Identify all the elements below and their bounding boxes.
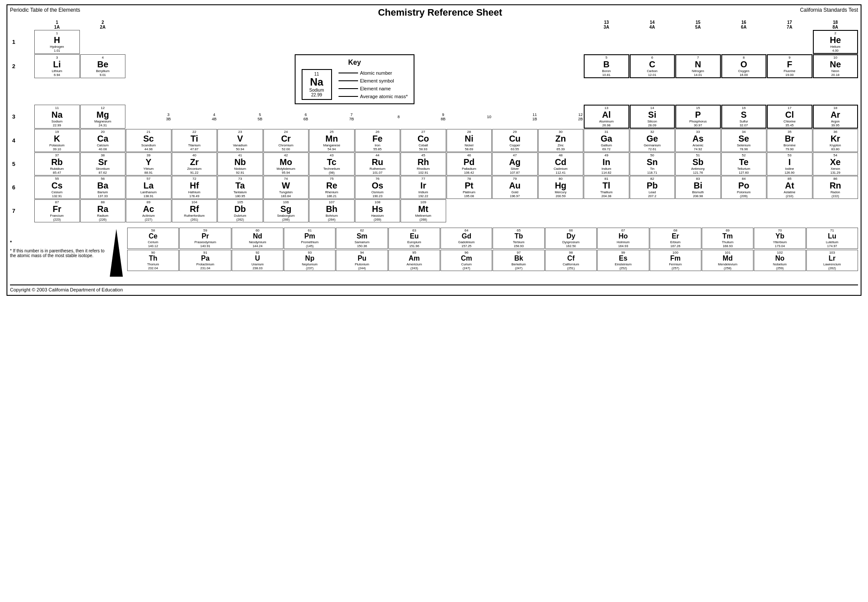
empty-1-8 [355, 30, 401, 54]
key-arrow-name [339, 88, 358, 89]
header-right: California Standards Test [800, 7, 858, 13]
separator-arrow-svg [110, 229, 123, 281]
element-Es: 99EsEinsteinium(252) [597, 250, 649, 271]
period-1: 1 1 H Hydrogen 1.01 [10, 30, 858, 54]
group-11-subhdr: 111B [492, 105, 538, 129]
element-Pm: 61PmPromethium(145) [284, 228, 335, 249]
element-Db: 105DbDubrium(262) [217, 199, 263, 222]
element-Yb: 70YbYtterbium173.04 [754, 228, 806, 249]
key-symbol-label: Element symbol [360, 78, 394, 83]
element-La: 57LaLanthanum138.91 [126, 176, 171, 199]
bottom-section: * * If this number is in parentheses, th… [10, 227, 858, 281]
element-Ga: 31GaGallium69.72 [584, 129, 629, 152]
element-Sr: 38SrStrontium87.62 [80, 152, 126, 175]
element-Mo: 42MoMolybdenum95.94 [263, 152, 309, 175]
period-5: 5 37RbRubidium85.47 38SrStrontium87.62 3… [10, 152, 858, 175]
row-label-spacer [10, 20, 34, 30]
empty-1-15 [675, 30, 721, 54]
group-13-header: 133A [584, 20, 629, 30]
element-Cf: 98CfCalifornium(251) [545, 250, 597, 271]
period-label-3: 3 [10, 105, 34, 129]
periodic-rows: 1 1 H Hydrogen 1.01 [10, 30, 858, 222]
element-Ta: 73TaTantalum180.95 [217, 176, 263, 199]
group-12-header [538, 20, 584, 30]
element-At: 85AtAstatine(210) [767, 176, 812, 199]
element-Mt: 109MtMeitnerium(268) [401, 199, 446, 222]
element-Zn: 30ZnZinc65.39 [538, 129, 584, 152]
period-label-5: 5 [10, 152, 34, 175]
period-label-7: 7 [10, 199, 34, 222]
element-Er: 68ErErbium167.26 [650, 228, 701, 249]
empty-1-5 [217, 30, 263, 54]
empty-7-18 [813, 199, 858, 222]
group-10-subhdr: 10 [447, 105, 492, 129]
key-element-box: 11 Na Sodium 22.99 [302, 69, 332, 100]
element-Te: 52TeTellurium127.60 [721, 152, 767, 175]
header-left: Periodic Table of the Elements [10, 7, 80, 13]
group-6-header [263, 20, 309, 30]
empty-7-16 [721, 199, 767, 222]
element-Ra: 88RaRadium(226) [80, 199, 126, 222]
element-Nd: 60NdNeodymium144.24 [232, 228, 283, 249]
element-Cd: 48CdCadmium112.41 [538, 152, 584, 175]
group-5-header [217, 20, 263, 30]
period-2-with-key: 2 3 Li Lithium 6.94 4 Be Beryllium 9.01 [10, 54, 858, 104]
key-content: 11 Na Sodium 22.99 Atomic number [302, 69, 408, 100]
element-Ag: 47AgSilver107.87 [492, 152, 538, 175]
empty-7-12 [538, 199, 584, 222]
element-Au: 79AuGold196.97 [492, 176, 538, 199]
element-He: 2 He Helium 4.00 [813, 30, 858, 54]
key-name-label: Element name [360, 86, 391, 91]
empty-7-13 [584, 199, 629, 222]
element-Sc: 21ScScandium44.96 [126, 129, 171, 152]
element-Ni: 28NiNickel58.69 [447, 129, 492, 152]
lanthanide-actinide-section: 58CeCerium140.12 59PrPraseodymium140.91 … [127, 227, 858, 281]
key-arrow-atomic [339, 73, 358, 73]
element-Ge: 32GeGermanium72.61 [630, 129, 675, 152]
element-Li: 3 Li Lithium 6.94 [34, 54, 80, 78]
empty-7-14 [630, 199, 675, 222]
element-Sg: 106SgSeaborgium(266) [263, 199, 309, 222]
element-Bk: 97BkBerkelium(247) [493, 250, 544, 271]
key-label-mass: Average atomic mass* [339, 94, 408, 99]
key-box: Key 11 Na Sodium 22.99 A [295, 54, 415, 104]
element-Y: 39YYttrium88.91 [126, 152, 171, 175]
element-Mn: 25MnManganese54.94 [309, 129, 355, 152]
actinide-grid: 90ThThorium232.04 91PaProtactinium231.04… [127, 250, 858, 271]
element-V: 23VVanadium50.94 [217, 129, 263, 152]
lanthanide-grid: 58CeCerium140.12 59PrPraseodymium140.91 … [127, 228, 858, 249]
element-Bh: 107BhBohrium(264) [309, 199, 355, 222]
group-18-header: 188A [813, 20, 858, 30]
key-labels: Atomic number Element symbol Element nam… [339, 70, 408, 99]
element-Xe: 54XeXenon131.29 [813, 152, 858, 175]
empty-1-10 [447, 30, 492, 54]
group-1-header: 11A [34, 20, 80, 30]
empty-1-4 [172, 30, 217, 54]
element-Co: 27CoCobalt58.93 [401, 129, 446, 152]
element-As: 33AsArsenic74.92 [675, 129, 721, 152]
element-Hg: 80HgMercury200.59 [538, 176, 584, 199]
element-Cm: 96CmCurium(247) [441, 250, 492, 271]
element-Ac: 89AcActinium(227) [126, 199, 171, 222]
footnote-text: * If this number is in parentheses, then… [10, 248, 105, 258]
element-Eu: 63EuEuropium151.96 [388, 228, 440, 249]
element-Zr: 40ZrZirconium91.22 [172, 152, 217, 175]
element-Cl: 17 Cl Chlorine 35.45 [767, 105, 812, 129]
group-9-header [401, 20, 446, 30]
element-Fr: 87FrFrancium(223) [34, 199, 80, 222]
empty-1-6 [263, 30, 309, 54]
element-In: 49InIndium114.82 [584, 152, 629, 175]
empty-1-3 [126, 30, 171, 54]
element-Cr: 24CrChromium52.00 [263, 129, 309, 152]
period-label-4: 4 [10, 129, 34, 152]
element-F: 9 F Fluorine 19.00 [767, 54, 812, 78]
group-8-subhdr: 8 [355, 105, 401, 129]
element-U: 92UUranium238.03 [232, 250, 283, 271]
empty-7-17 [767, 199, 812, 222]
element-P: 15 P Phosphorus 30.97 [675, 105, 721, 129]
element-Sb: 51SbAntimony121.76 [675, 152, 721, 175]
element-W: 74WTungsten183.84 [263, 176, 309, 199]
element-Hs: 108HsHassium(269) [355, 199, 401, 222]
element-Ce: 58CeCerium140.12 [127, 228, 179, 249]
footnote-section: * * If this number is in parentheses, th… [10, 227, 105, 281]
